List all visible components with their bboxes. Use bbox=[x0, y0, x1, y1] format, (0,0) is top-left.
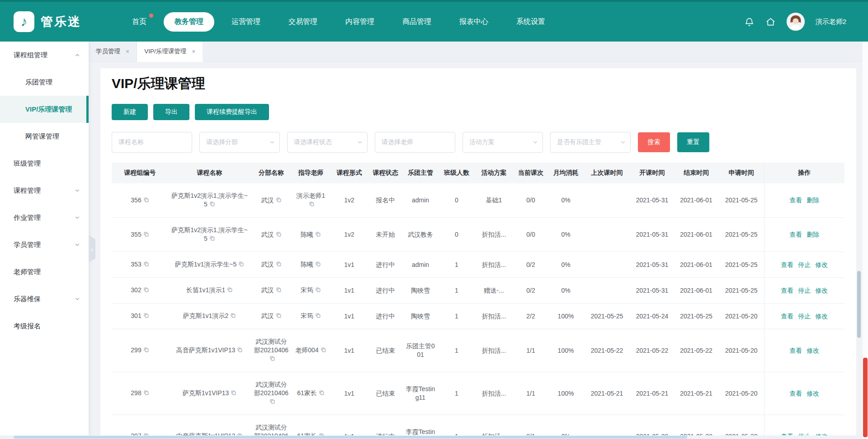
cell-size: 1 bbox=[439, 372, 475, 415]
cell-progress: 0/2 bbox=[513, 278, 548, 304]
vertical-scrollbar-thumb[interactable] bbox=[863, 358, 868, 437]
chevron-down-icon bbox=[269, 139, 275, 145]
toolbar-button[interactable]: 导出 bbox=[153, 104, 189, 120]
horizontal-scrollbar-thumb[interactable] bbox=[14, 436, 687, 439]
copy-icon[interactable] bbox=[276, 196, 282, 205]
sidebar-item-label: 作业管理 bbox=[14, 214, 41, 222]
row-action-link[interactable]: 删除 bbox=[807, 231, 819, 238]
copy-icon[interactable] bbox=[315, 231, 321, 239]
sidebar-item[interactable]: VIP/乐理课管理 bbox=[0, 96, 89, 123]
sidebar-item[interactable]: 老师管理 bbox=[0, 258, 89, 285]
toolbar-button[interactable]: 新建 bbox=[112, 104, 148, 120]
copy-icon[interactable] bbox=[230, 312, 236, 321]
nav-item[interactable]: 报表中心 bbox=[448, 12, 499, 32]
row-action-link[interactable]: 停止 bbox=[798, 313, 811, 320]
filter-input[interactable]: 课程名称 bbox=[112, 132, 192, 153]
sidebar-item[interactable]: 考级报名 bbox=[0, 313, 89, 340]
horizontal-scrollbar[interactable] bbox=[0, 435, 863, 439]
row-action-link[interactable]: 查看 bbox=[781, 313, 793, 320]
copy-icon[interactable] bbox=[315, 286, 321, 295]
search-button[interactable]: 搜索 bbox=[638, 132, 670, 152]
row-action-link[interactable]: 修改 bbox=[815, 261, 828, 268]
bell-icon[interactable] bbox=[744, 17, 755, 27]
copy-icon[interactable] bbox=[209, 235, 215, 243]
nav-item[interactable]: 系统设置 bbox=[505, 12, 556, 32]
copy-icon[interactable] bbox=[276, 261, 282, 269]
copy-icon[interactable] bbox=[231, 389, 236, 398]
filter-select[interactable]: 请选课程状态 bbox=[287, 132, 368, 153]
copy-icon[interactable] bbox=[143, 231, 149, 239]
row-action-link[interactable]: 修改 bbox=[807, 390, 819, 397]
copy-icon[interactable] bbox=[143, 312, 149, 321]
tab-close-icon[interactable]: × bbox=[126, 48, 129, 55]
sidebar-item[interactable]: 乐团管理 bbox=[0, 69, 89, 96]
sidebar-item[interactable]: 作业管理 bbox=[0, 204, 89, 231]
copy-icon[interactable] bbox=[269, 398, 275, 406]
copy-icon[interactable] bbox=[238, 261, 244, 269]
sidebar-collapse-handle[interactable]: ‹ bbox=[89, 235, 95, 263]
copy-icon[interactable] bbox=[143, 286, 149, 295]
row-action-link[interactable]: 查看 bbox=[781, 261, 793, 268]
copy-icon[interactable] bbox=[269, 355, 275, 364]
nav-item[interactable]: 首页 bbox=[121, 12, 157, 32]
copy-icon[interactable] bbox=[315, 261, 321, 269]
sidebar-item[interactable]: 课程组管理 bbox=[0, 42, 89, 69]
brand-logo[interactable]: ♪ 管乐迷 bbox=[0, 11, 109, 32]
cell-end: 2021-06-01 bbox=[674, 278, 719, 304]
row-action-link[interactable]: 修改 bbox=[815, 313, 828, 320]
cell-plan: 折扣活... bbox=[475, 218, 513, 252]
copy-icon[interactable] bbox=[315, 312, 321, 321]
row-action-link[interactable]: 删除 bbox=[807, 196, 819, 204]
table-scrollbar-thumb[interactable] bbox=[857, 271, 861, 338]
filter-select[interactable]: 请选择分部 bbox=[199, 132, 280, 153]
filter-select[interactable]: 是否有乐团主管 bbox=[550, 132, 631, 153]
row-action-link[interactable]: 查看 bbox=[789, 231, 802, 238]
row-action-link[interactable]: 停止 bbox=[798, 287, 811, 294]
sidebar-item[interactable]: 乐器维保 bbox=[0, 285, 89, 313]
copy-icon[interactable] bbox=[309, 201, 315, 209]
copy-icon[interactable] bbox=[143, 389, 149, 398]
nav-item[interactable]: 内容管理 bbox=[335, 12, 385, 32]
nav-item[interactable]: 教务管理 bbox=[164, 12, 214, 32]
cell-form: 1v1 bbox=[330, 278, 368, 304]
nav-item[interactable]: 商品管理 bbox=[392, 12, 442, 32]
user-name[interactable]: 演示老师2 bbox=[816, 18, 846, 26]
copy-icon[interactable] bbox=[276, 231, 282, 239]
row-action-link[interactable]: 修改 bbox=[815, 287, 828, 294]
copy-icon[interactable] bbox=[319, 389, 325, 398]
tab-close-icon[interactable]: × bbox=[192, 48, 195, 55]
sidebar-item[interactable]: 网管课管理 bbox=[0, 123, 89, 150]
copy-icon[interactable] bbox=[143, 261, 149, 269]
copy-icon[interactable] bbox=[276, 286, 282, 295]
reset-button[interactable]: 重置 bbox=[677, 132, 709, 152]
row-action-link[interactable]: 停止 bbox=[798, 261, 811, 268]
row-action-link[interactable]: 查看 bbox=[781, 287, 793, 294]
copy-icon[interactable] bbox=[237, 346, 243, 355]
copy-icon[interactable] bbox=[321, 346, 326, 355]
nav-item[interactable]: 运营管理 bbox=[221, 12, 271, 32]
user-avatar[interactable] bbox=[787, 13, 805, 31]
nav-item[interactable]: 交易管理 bbox=[278, 12, 328, 32]
tab[interactable]: 学员管理× bbox=[89, 42, 137, 61]
row-action-link[interactable]: 查看 bbox=[789, 196, 802, 204]
cell-start: 2021-05-22 bbox=[631, 329, 674, 372]
tab[interactable]: VIP/乐理课管理× bbox=[137, 42, 203, 62]
sidebar-item[interactable]: 班级管理 bbox=[0, 150, 89, 177]
row-action-link[interactable]: 修改 bbox=[807, 347, 819, 354]
toolbar-button[interactable]: 课程续费提醒导出 bbox=[195, 104, 269, 120]
cell-progress: 0/0 bbox=[513, 183, 548, 218]
home-icon[interactable] bbox=[765, 17, 776, 27]
copy-icon[interactable] bbox=[276, 312, 282, 321]
filter-input[interactable]: 请选择老师 bbox=[375, 132, 455, 153]
row-action-link[interactable]: 查看 bbox=[789, 347, 802, 354]
row-action-link[interactable]: 查看 bbox=[789, 390, 802, 397]
copy-icon[interactable] bbox=[143, 346, 149, 355]
filter-select[interactable]: 活动方案 bbox=[462, 132, 543, 153]
copy-icon[interactable] bbox=[209, 201, 215, 209]
sidebar-item[interactable]: 学员管理 bbox=[0, 231, 89, 258]
sidebar-item[interactable]: 课程管理 bbox=[0, 177, 89, 204]
copy-icon[interactable] bbox=[143, 196, 149, 205]
column-header: 当前课次 bbox=[513, 163, 548, 183]
copy-icon[interactable] bbox=[227, 286, 233, 295]
vertical-scrollbar[interactable] bbox=[863, 42, 868, 439]
